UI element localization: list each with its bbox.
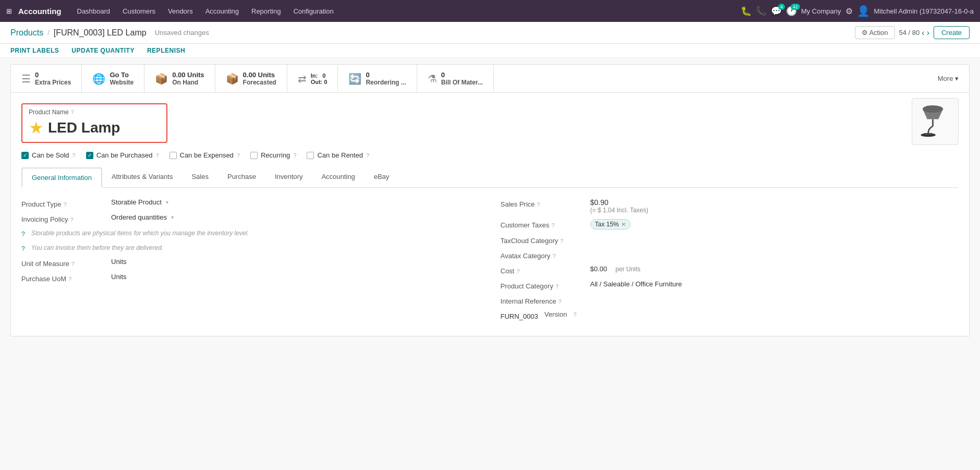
- tab-ebay[interactable]: eBay: [365, 167, 399, 188]
- product-image[interactable]: [912, 98, 959, 145]
- extra-prices-btn[interactable]: ☰ 0 Extra Prices: [11, 65, 82, 92]
- nav-vendors[interactable]: Vendors: [163, 5, 198, 17]
- action-button[interactable]: ⚙ Action: [855, 26, 895, 39]
- sales-price-value[interactable]: $0.90: [590, 198, 959, 207]
- avatax-help[interactable]: ?: [552, 253, 555, 259]
- breadcrumb-bar: Products / [FURN_0003] LED Lamp Unsaved …: [0, 22, 980, 44]
- reordering-btn[interactable]: 🔄 0 Reordering ...: [338, 65, 417, 92]
- storable-help-link[interactable]: ?: [21, 228, 25, 238]
- tab-purchase[interactable]: Purchase: [218, 167, 265, 188]
- recurring-label: Recurring: [261, 151, 290, 159]
- can-be-rented-help[interactable]: ?: [366, 152, 369, 159]
- go-to-website-btn[interactable]: 🌐 Go To Website: [82, 65, 144, 92]
- furn-version-row: FURN_0003 Version ?: [501, 310, 959, 320]
- nav-configuration[interactable]: Configuration: [288, 5, 338, 17]
- can-be-rented-label: Can be Rented: [317, 151, 362, 159]
- activity-icon[interactable]: 🕐42: [786, 6, 797, 17]
- unit-of-measure-value[interactable]: Units: [111, 258, 127, 266]
- bug-icon[interactable]: 🐛: [741, 6, 752, 17]
- can-be-expensed-checkbox[interactable]: [170, 152, 177, 159]
- left-form-section: Product Type ? Storable Product ▾ Invoic…: [21, 198, 480, 326]
- record-navigation: 54 / 80 ‹ ›: [899, 28, 929, 38]
- form-area: Product Name ? ★ LED Lamp: [10, 93, 970, 336]
- create-button[interactable]: Create: [934, 26, 970, 39]
- can-be-expensed-help[interactable]: ?: [237, 152, 240, 159]
- can-be-expensed-label: Can be Expensed: [180, 151, 234, 159]
- more-btn[interactable]: More ▾: [927, 68, 969, 89]
- app-grid-icon[interactable]: ⊞: [6, 7, 12, 15]
- purchase-uom-value[interactable]: Units: [111, 273, 127, 281]
- customer-taxes-row: Customer Taxes ? Tax 15% ✕: [501, 219, 959, 230]
- can-be-sold-checkbox[interactable]: [21, 152, 29, 159]
- product-type-dropdown[interactable]: ▾: [166, 199, 168, 205]
- units-forecasted-btn[interactable]: 📦 0.00 Units Forecasted: [215, 65, 287, 92]
- taxcloud-help[interactable]: ?: [560, 238, 563, 244]
- nav-accounting[interactable]: Accounting: [200, 5, 244, 17]
- breadcrumb-parent[interactable]: Products: [10, 28, 43, 38]
- in-out-btn[interactable]: ⇄ In: 0 Out: 0: [287, 66, 338, 91]
- internal-ref-row: Internal Reference ?: [501, 295, 959, 305]
- product-type-help[interactable]: ?: [63, 201, 66, 208]
- invoicing-policy-help[interactable]: ?: [70, 216, 74, 223]
- sales-price-help[interactable]: ?: [537, 201, 540, 208]
- cost-value[interactable]: $0.00: [590, 265, 608, 273]
- product-category-value[interactable]: All / Saleable / Office Furniture: [590, 280, 682, 288]
- can-be-sold-item: Can be Sold ?: [21, 151, 76, 159]
- can-be-expensed-item: Can be Expensed ?: [170, 151, 240, 159]
- can-be-purchased-checkbox[interactable]: [86, 152, 93, 159]
- tax-badge-remove[interactable]: ✕: [621, 221, 626, 228]
- nav-reporting[interactable]: Reporting: [246, 5, 286, 17]
- product-category-help[interactable]: ?: [555, 283, 559, 290]
- can-be-rented-checkbox[interactable]: [307, 152, 314, 159]
- purchase-uom-help[interactable]: ?: [68, 276, 71, 282]
- recurring-help[interactable]: ?: [293, 152, 296, 159]
- units-on-hand-btn[interactable]: 📦 0.00 Units On Hand: [144, 65, 215, 92]
- replenish-btn[interactable]: REPLENISH: [147, 47, 185, 54]
- unsaved-indicator: Unsaved changes: [155, 29, 209, 37]
- recurring-checkbox[interactable]: [250, 152, 258, 159]
- product-name-section: Product Name ? ★ LED Lamp: [21, 103, 959, 143]
- furn-code-value[interactable]: FURN_0003: [501, 312, 538, 320]
- tax-badge: Tax 15% ✕: [590, 219, 631, 230]
- internal-ref-help[interactable]: ?: [558, 298, 561, 305]
- phone-icon[interactable]: 📞: [756, 6, 767, 17]
- tab-inventory[interactable]: Inventory: [265, 167, 312, 188]
- tab-accounting[interactable]: Accounting: [312, 167, 364, 188]
- unit-of-measure-help[interactable]: ?: [71, 261, 75, 267]
- invoicing-policy-label: Invoicing Policy: [21, 215, 68, 223]
- tabs-row: General Information Attributes & Variant…: [21, 167, 959, 188]
- version-help[interactable]: ?: [573, 311, 576, 318]
- invoice-help-link[interactable]: ?: [21, 243, 25, 252]
- can-be-purchased-help[interactable]: ?: [155, 152, 159, 159]
- tab-general-information[interactable]: General Information: [21, 167, 102, 188]
- settings-icon[interactable]: ⚙: [845, 6, 853, 16]
- chat-icon[interactable]: 💬4: [771, 6, 782, 17]
- customer-taxes-help[interactable]: ?: [551, 222, 554, 228]
- can-be-sold-help[interactable]: ?: [72, 152, 76, 159]
- next-record[interactable]: ›: [927, 28, 929, 38]
- print-labels-btn[interactable]: PRINT LABELS: [10, 47, 59, 54]
- product-name-box: Product Name ? ★ LED Lamp: [21, 103, 167, 143]
- product-type-value[interactable]: Storable Product: [111, 198, 162, 206]
- nav-customers[interactable]: Customers: [117, 5, 161, 17]
- user-avatar[interactable]: 👤: [857, 5, 870, 17]
- star-rating-icon[interactable]: ★: [29, 118, 44, 138]
- bom-btn[interactable]: ⚗ 0 Bill Of Mater...: [417, 65, 494, 92]
- tab-sales[interactable]: Sales: [182, 167, 218, 188]
- recurring-item: Recurring ?: [250, 151, 296, 159]
- boxes2-icon: 📦: [226, 73, 239, 85]
- prev-record[interactable]: ‹: [922, 28, 924, 38]
- invoicing-policy-dropdown[interactable]: ▾: [171, 214, 174, 220]
- invoicing-policy-value[interactable]: Ordered quantities: [111, 213, 167, 221]
- product-type-label: Product Type: [21, 200, 61, 208]
- tax-badge-label: Tax 15%: [595, 221, 619, 228]
- update-quantity-btn[interactable]: UPDATE QUANTITY: [71, 47, 135, 54]
- cost-help[interactable]: ?: [516, 268, 519, 274]
- unit-of-measure-row: Unit of Measure ? Units: [21, 258, 480, 268]
- record-position: 54 / 80: [899, 29, 920, 37]
- product-name-label: Product Name: [29, 109, 69, 116]
- nav-dashboard[interactable]: Dashboard: [72, 5, 116, 17]
- tab-attributes-variants[interactable]: Attributes & Variants: [102, 167, 183, 188]
- product-name-help[interactable]: ?: [71, 109, 74, 115]
- product-name-value[interactable]: LED Lamp: [48, 119, 120, 136]
